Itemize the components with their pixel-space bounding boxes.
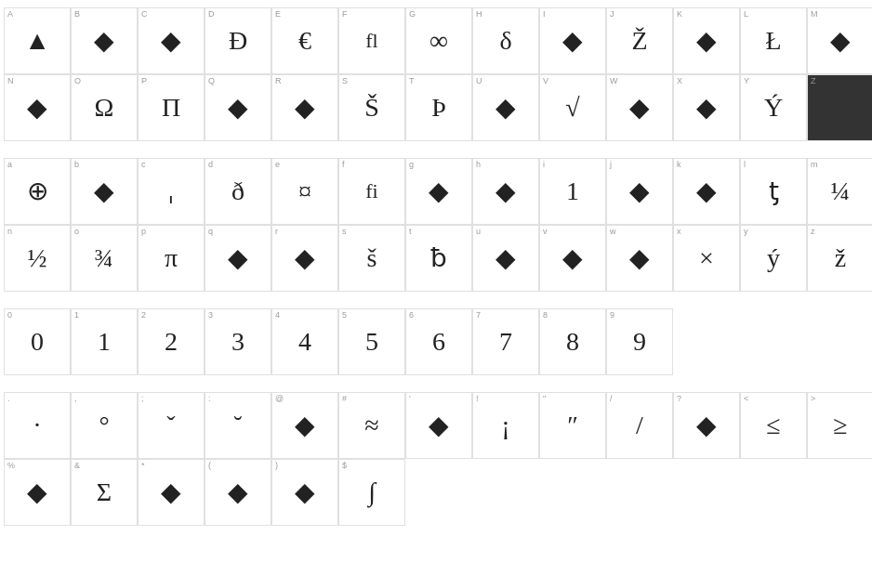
glyph-label: N xyxy=(7,77,14,85)
glyph-cell[interactable]: w◆ xyxy=(606,225,673,292)
glyph-cell[interactable]: A▲ xyxy=(4,7,71,74)
glyph-cell[interactable]: N◆ xyxy=(4,74,71,141)
glyph-cell[interactable]: ffi xyxy=(338,158,405,225)
glyph-cell[interactable]: U◆ xyxy=(472,74,539,141)
glyph-cell[interactable]: "″ xyxy=(539,392,606,459)
glyph-char: 6 xyxy=(432,329,445,355)
glyph-cell[interactable]: j◆ xyxy=(606,158,673,225)
glyph-label: a xyxy=(7,161,12,169)
glyph-cell[interactable]: $∫ xyxy=(338,459,405,526)
glyph-row: n½o¾pπq◆r◆sštƀu◆v◆w◆x×yýzž xyxy=(4,225,868,292)
glyph-char: ◆ xyxy=(562,245,583,271)
glyph-cell[interactable]: :˘ xyxy=(205,392,271,459)
glyph-cell[interactable]: SŠ xyxy=(338,74,405,141)
glyph-char: ◆ xyxy=(696,28,717,54)
glyph-cell[interactable]: )◆ xyxy=(271,459,338,526)
glyph-label: E xyxy=(275,10,281,19)
glyph-cell[interactable]: n½ xyxy=(4,225,71,292)
glyph-cell[interactable]: 00 xyxy=(4,308,71,375)
glyph-cell[interactable]: i1 xyxy=(539,158,606,225)
glyph-cell[interactable]: yý xyxy=(740,225,807,292)
glyph-cell[interactable]: 99 xyxy=(606,308,673,375)
glyph-cell[interactable]: '◆ xyxy=(405,392,472,459)
glyph-cell[interactable]: YÝ xyxy=(740,74,807,141)
section-gap xyxy=(4,375,868,392)
glyph-cell[interactable]: (◆ xyxy=(205,459,271,526)
glyph-cell[interactable]: g◆ xyxy=(405,158,472,225)
glyph-cell[interactable]: LŁ xyxy=(740,7,807,74)
glyph-cell[interactable]: TÞ xyxy=(405,74,472,141)
glyph-char: ◆ xyxy=(161,28,181,54)
glyph-cell[interactable]: k◆ xyxy=(673,158,740,225)
glyph-cell[interactable]: G∞ xyxy=(405,7,472,74)
glyph-cell[interactable]: b◆ xyxy=(71,158,138,225)
glyph-cell[interactable]: OΩ xyxy=(71,74,138,141)
glyph-cell[interactable]: B◆ xyxy=(71,7,138,74)
glyph-cell[interactable]: 77 xyxy=(472,308,539,375)
glyph-char: ◆ xyxy=(830,28,851,54)
glyph-label: I xyxy=(543,10,546,19)
glyph-cell[interactable]: <≤ xyxy=(740,392,807,459)
glyph-cell[interactable]: sš xyxy=(338,225,405,292)
glyph-char: ˇ xyxy=(166,412,175,438)
glyph-cell[interactable]: !¡ xyxy=(472,392,539,459)
glyph-cell[interactable]: a⊕ xyxy=(4,158,71,225)
glyph-cell[interactable]: M◆ xyxy=(807,7,872,74)
glyph-cell[interactable]: 66 xyxy=(405,308,472,375)
glyph-cell[interactable]: zž xyxy=(807,225,872,292)
glyph-cell[interactable]: @◆ xyxy=(271,392,338,459)
glyph-char: √ xyxy=(565,95,579,121)
glyph-cell[interactable]: ,° xyxy=(71,392,138,459)
glyph-cell[interactable]: #≈ xyxy=(338,392,405,459)
glyph-cell[interactable]: v◆ xyxy=(539,225,606,292)
glyph-cell[interactable]: tƀ xyxy=(405,225,472,292)
glyph-cell[interactable]: o¾ xyxy=(71,225,138,292)
glyph-cell[interactable]: %◆ xyxy=(4,459,71,526)
glyph-cell[interactable]: JŽ xyxy=(606,7,673,74)
glyph-cell[interactable]: 44 xyxy=(271,308,338,375)
glyph-cell[interactable]: &Σ xyxy=(71,459,138,526)
glyph-cell[interactable]: >≥ xyxy=(807,392,872,459)
glyph-label: : xyxy=(208,395,211,403)
glyph-cell[interactable]: ?◆ xyxy=(673,392,740,459)
glyph-label: ( xyxy=(208,462,211,470)
glyph-label: s xyxy=(342,228,347,236)
glyph-cell[interactable]: lƫ xyxy=(740,158,807,225)
glyph-cell[interactable]: x× xyxy=(673,225,740,292)
glyph-label: h xyxy=(476,161,481,169)
glyph-cell[interactable]: Hδ xyxy=(472,7,539,74)
glyph-cell[interactable]: Ffl xyxy=(338,7,405,74)
glyph-cell[interactable]: 55 xyxy=(338,308,405,375)
glyph-cell[interactable]: ;ˇ xyxy=(138,392,205,459)
glyph-cell[interactable]: dð xyxy=(205,158,271,225)
glyph-cell[interactable]: .· xyxy=(4,392,71,459)
glyph-cell[interactable]: I◆ xyxy=(539,7,606,74)
glyph-cell[interactable]: q◆ xyxy=(205,225,271,292)
glyph-label: g xyxy=(409,161,414,169)
glyph-cell[interactable]: 88 xyxy=(539,308,606,375)
glyph-cell[interactable]: 22 xyxy=(138,308,205,375)
glyph-cell[interactable]: 33 xyxy=(205,308,271,375)
glyph-cell[interactable]: h◆ xyxy=(472,158,539,225)
glyph-cell[interactable]: m¼ xyxy=(807,158,872,225)
glyph-cell[interactable]: Q◆ xyxy=(205,74,271,141)
glyph-cell[interactable]: R◆ xyxy=(271,74,338,141)
glyph-cell[interactable]: V√ xyxy=(539,74,606,141)
glyph-cell[interactable]: e¤ xyxy=(271,158,338,225)
glyph-label: O xyxy=(74,77,81,85)
glyph-cell[interactable]: PΠ xyxy=(138,74,205,141)
glyph-cell[interactable]: K◆ xyxy=(673,7,740,74)
glyph-cell[interactable]: E€ xyxy=(271,7,338,74)
glyph-cell[interactable]: // xyxy=(606,392,673,459)
glyph-cell[interactable]: cˌ xyxy=(138,158,205,225)
glyph-cell[interactable]: C◆ xyxy=(138,7,205,74)
glyph-cell[interactable]: X◆ xyxy=(673,74,740,141)
glyph-cell[interactable]: 11 xyxy=(71,308,138,375)
glyph-cell[interactable]: u◆ xyxy=(472,225,539,292)
glyph-cell[interactable]: W◆ xyxy=(606,74,673,141)
glyph-cell[interactable]: *◆ xyxy=(138,459,205,526)
glyph-cell[interactable]: DĐ xyxy=(205,7,271,74)
glyph-cell[interactable]: pπ xyxy=(138,225,205,292)
glyph-cell[interactable]: Z xyxy=(807,74,872,141)
glyph-cell[interactable]: r◆ xyxy=(271,225,338,292)
